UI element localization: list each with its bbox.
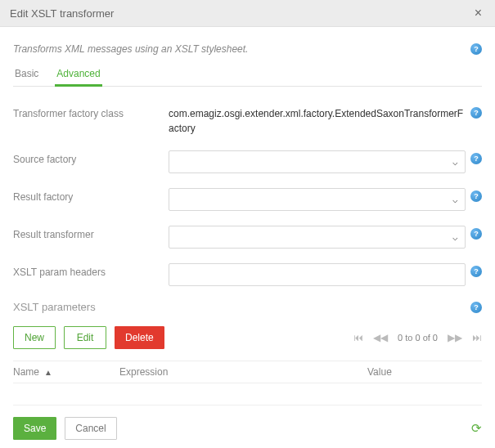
edit-button[interactable]: Edit: [64, 326, 106, 349]
input-xslt-param-headers[interactable]: [169, 263, 466, 286]
save-button[interactable]: Save: [13, 417, 56, 440]
pager: ⏮ ◀◀ 0 to 0 of 0 ▶▶ ⏭: [353, 332, 482, 343]
tabs: Basic Advanced: [13, 63, 482, 87]
col-header-value[interactable]: Value: [367, 366, 482, 378]
refresh-icon[interactable]: ⟳: [471, 421, 482, 436]
help-icon[interactable]: ?: [470, 153, 482, 164]
grid-buttons: New Edit Delete: [13, 326, 164, 349]
col-header-name[interactable]: Name ▲: [13, 366, 119, 378]
dialog-body: Transforms XML messages using an XSLT st…: [0, 27, 495, 448]
new-button[interactable]: New: [13, 326, 56, 349]
row-transformer-factory-class: Transformer factory class com.emagiz.osg…: [13, 105, 482, 136]
label-source-factory: Source factory: [13, 150, 169, 165]
row-result-factory: Result factory ⌵ ?: [13, 188, 482, 211]
section-title-xslt-parameters: XSLT parameters: [13, 301, 96, 313]
pager-prev-icon[interactable]: ◀◀: [373, 332, 388, 343]
row-result-transformer: Result transformer ⌵ ?: [13, 226, 482, 249]
pager-first-icon[interactable]: ⏮: [353, 332, 363, 343]
chevron-down-icon: ⌵: [452, 195, 458, 205]
help-icon[interactable]: ?: [470, 266, 482, 277]
help-icon[interactable]: ?: [470, 190, 482, 202]
col-name-label: Name: [13, 366, 39, 378]
label-transformer-factory-class: Transformer factory class: [13, 105, 169, 119]
tab-basic[interactable]: Basic: [13, 63, 40, 87]
dialog-title: Edit XSLT transformer: [10, 7, 114, 20]
grid-header: Name ▲ Expression Value: [13, 361, 482, 383]
help-icon[interactable]: ?: [470, 107, 482, 119]
delete-button[interactable]: Delete: [115, 326, 164, 349]
pager-last-icon[interactable]: ⏭: [472, 332, 482, 343]
close-icon[interactable]: ×: [471, 7, 485, 20]
dropdown-result-transformer[interactable]: ⌵: [169, 226, 466, 249]
label-result-transformer: Result transformer: [13, 226, 169, 240]
chevron-down-icon: ⌵: [452, 157, 458, 168]
titlebar: Edit XSLT transformer ×: [0, 0, 495, 27]
tab-advanced[interactable]: Advanced: [55, 63, 101, 87]
dialog: Edit XSLT transformer × Transforms XML m…: [0, 0, 495, 448]
help-icon[interactable]: ?: [470, 228, 482, 240]
sort-asc-icon: ▲: [44, 368, 52, 377]
row-xslt-param-headers: XSLT param headers ?: [13, 263, 482, 286]
dialog-description: Transforms XML messages using an XSLT st…: [13, 43, 248, 55]
help-icon[interactable]: ?: [470, 43, 482, 55]
section-xslt-parameters-header: XSLT parameters ?: [13, 301, 482, 313]
dialog-footer: Save Cancel ⟳: [13, 405, 482, 440]
help-icon[interactable]: ?: [470, 302, 482, 313]
value-wrap: com.emagiz.osgi.extender.xml.factory.Ext…: [169, 105, 466, 136]
description-row: Transforms XML messages using an XSLT st…: [13, 43, 482, 55]
value-transformer-factory-class: com.emagiz.osgi.extender.xml.factory.Ext…: [169, 105, 466, 136]
chevron-down-icon: ⌵: [452, 232, 458, 243]
row-source-factory: Source factory ⌵ ?: [13, 150, 482, 173]
dropdown-result-factory[interactable]: ⌵: [169, 188, 466, 211]
grid-toolbar: New Edit Delete ⏮ ◀◀ 0 to 0 of 0 ▶▶ ⏭: [13, 326, 482, 349]
pager-next-icon[interactable]: ▶▶: [448, 332, 462, 343]
col-header-expression[interactable]: Expression: [119, 366, 367, 378]
label-result-factory: Result factory: [13, 188, 169, 203]
pager-text: 0 to 0 of 0: [398, 333, 438, 343]
label-xslt-param-headers: XSLT param headers: [13, 263, 169, 278]
cancel-button[interactable]: Cancel: [65, 417, 116, 440]
dropdown-source-factory[interactable]: ⌵: [169, 150, 466, 173]
